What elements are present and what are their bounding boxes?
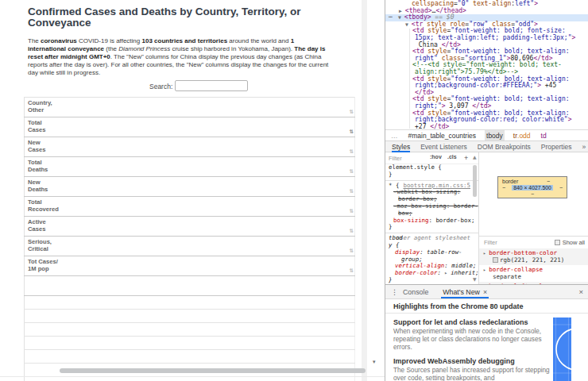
scroll-down-icon[interactable]: ▼ bbox=[473, 276, 477, 282]
table-cell bbox=[25, 296, 355, 310]
sort-icon[interactable]: ⇅ bbox=[350, 188, 354, 195]
sidebar-tab[interactable]: DOM Breakpoints bbox=[478, 141, 531, 152]
more-actions-icon[interactable]: … bbox=[389, 12, 393, 19]
column-header[interactable]: Total Deaths ⇅ bbox=[25, 157, 355, 177]
sort-icon[interactable]: ⇅ bbox=[350, 267, 354, 275]
new-style-rule-button[interactable]: + bbox=[464, 154, 468, 162]
table-row bbox=[25, 377, 355, 381]
code-token: ▼ bbox=[405, 21, 412, 28]
code-token: +27 bbox=[415, 123, 430, 129]
style-token: : bbox=[437, 269, 444, 276]
style-token: } bbox=[389, 223, 392, 230]
column-header-line2: Cases bbox=[28, 147, 353, 154]
column-header[interactable]: New Deaths ⇅ bbox=[25, 177, 355, 197]
sort-icon[interactable]: ⇅ bbox=[350, 228, 354, 235]
section-heading[interactable]: Improved WebAssembly debugging bbox=[393, 357, 552, 365]
computed-filter-input[interactable] bbox=[484, 239, 524, 246]
styles-scrollbar-thumb[interactable] bbox=[473, 165, 477, 197]
style-rule-line[interactable]: display: table-row- bbox=[385, 249, 478, 256]
column-header-line1: Tot Cases/ bbox=[28, 259, 353, 266]
style-token: : table-row- bbox=[420, 248, 462, 256]
style-token: inherit; bbox=[451, 269, 478, 276]
section-heading[interactable]: Support for let and class redeclarations bbox=[393, 318, 552, 326]
column-header[interactable]: New Cases ⇅ bbox=[25, 137, 355, 157]
column-header[interactable]: Serious, Critical ⇅ bbox=[25, 237, 355, 256]
indent-guide bbox=[409, 29, 410, 129]
sort-icon[interactable]: ⇅ bbox=[350, 109, 354, 116]
dom-tree-line[interactable]: +27 </td> bbox=[385, 124, 588, 129]
column-header[interactable] bbox=[25, 276, 355, 296]
column-header-line2: Cases bbox=[28, 226, 353, 233]
checkbox-icon[interactable] bbox=[555, 240, 560, 245]
show-all-toggle[interactable]: Show all bbox=[555, 239, 585, 246]
toggle-hover-state-button[interactable]: :hov bbox=[430, 154, 442, 160]
column-header[interactable]: Total Recovered ⇅ bbox=[25, 197, 355, 217]
box-model-dash: − bbox=[531, 191, 534, 197]
style-token: -webkit-box-sizing: bbox=[393, 188, 461, 195]
computed-value: separate bbox=[493, 273, 521, 280]
style-rule-line[interactable]: } bbox=[385, 224, 478, 231]
search-input[interactable] bbox=[175, 80, 248, 91]
style-rule-line[interactable]: element.style { bbox=[385, 164, 478, 171]
style-rule-line[interactable]: border-color: ▸ inherit; bbox=[385, 270, 478, 277]
horizontal-scrollbar-thumb[interactable] bbox=[60, 368, 366, 373]
breadcrumb-item[interactable]: #main_table_countries bbox=[407, 130, 478, 141]
computed-filter-bar: Show all bbox=[479, 236, 588, 248]
intro-segment: 103 countries and territories bbox=[141, 37, 227, 44]
toggle-class-button[interactable]: .cls bbox=[447, 154, 457, 160]
column-header[interactable]: Country, Other ⇅ bbox=[25, 98, 355, 117]
sidebar-tab[interactable]: » bbox=[582, 141, 586, 152]
column-header-line2: Critical bbox=[28, 246, 353, 253]
column-header-line2: Cases bbox=[28, 127, 353, 134]
breadcrumb-item[interactable]: … bbox=[389, 130, 400, 141]
intro-segment: COVID-19 is affecting bbox=[77, 37, 142, 44]
code-token: +45 bbox=[541, 82, 556, 89]
breadcrumb-item[interactable]: td bbox=[540, 130, 548, 141]
sort-icon[interactable]: ⇅ bbox=[350, 148, 354, 156]
column-header[interactable]: Total Cases ⇅ bbox=[25, 117, 355, 137]
sort-icon[interactable]: ⇅ bbox=[350, 129, 354, 136]
style-rule-line[interactable]: } bbox=[385, 171, 478, 179]
close-drawer-icon[interactable]: × bbox=[578, 287, 583, 296]
sort-icon[interactable]: ⇅ bbox=[350, 208, 354, 215]
sidebar-tab[interactable]: Properties bbox=[541, 141, 572, 152]
computed-property[interactable]: ▸ border-collapse separate bbox=[479, 265, 588, 282]
drawer-tab[interactable]: What's New× bbox=[443, 285, 487, 298]
styles-filter-input[interactable] bbox=[389, 154, 425, 163]
style-token: ▸ bbox=[444, 270, 451, 276]
style-rule-line[interactable]: } bbox=[385, 277, 478, 284]
computed-property[interactable]: ▸ border-bottom-color rgb(221, 221, 221) bbox=[479, 248, 588, 265]
intro-segment: around the world and bbox=[227, 37, 291, 44]
style-token: : middle; bbox=[444, 262, 476, 269]
style-rule-line[interactable]: user agent stylesheettbod bbox=[385, 233, 478, 242]
whats-new-body: Support for let and class redeclarations… bbox=[393, 318, 552, 381]
section-text: The Sources panel has increased support … bbox=[393, 367, 552, 381]
scroll-down-icon[interactable]: ▾ bbox=[373, 359, 376, 365]
close-tab-icon[interactable]: × bbox=[483, 288, 487, 296]
breadcrumb-token: … bbox=[391, 132, 398, 140]
computed-sidebar: border − − 840 × 4027.500 − − Show all ▸… bbox=[478, 152, 588, 284]
drawer-tabs: ConsoleWhat's New× bbox=[385, 285, 588, 299]
drawer-tab[interactable]: Console bbox=[403, 285, 431, 298]
column-header[interactable]: Tot Cases/ 1M pop ⇅ bbox=[25, 256, 355, 276]
sort-icon[interactable]: ⇅ bbox=[350, 168, 354, 175]
column-header-line2: Deaths bbox=[28, 167, 353, 174]
code-token: > bbox=[568, 116, 572, 123]
kebab-menu-icon[interactable]: ⋮ bbox=[391, 288, 398, 296]
style-rule-line[interactable]: box-sizing: border-box; bbox=[385, 217, 478, 225]
table-cell bbox=[25, 377, 355, 381]
code-token: text-align bbox=[473, 0, 511, 7]
sort-icon[interactable]: ⇅ bbox=[350, 248, 354, 255]
sidebar-tab[interactable]: Styles bbox=[392, 141, 410, 152]
column-header[interactable]: Active Cases ⇅ bbox=[25, 217, 355, 237]
breadcrumb-item[interactable]: tbody bbox=[485, 130, 505, 141]
box-model-border-label: border bbox=[502, 179, 518, 184]
breadcrumb-item[interactable]: tr.odd bbox=[512, 130, 532, 141]
style-token: } bbox=[389, 171, 392, 178]
sidebar-tab[interactable]: Event Listeners bbox=[420, 141, 467, 152]
column-header-line1: Country, bbox=[28, 100, 353, 107]
page-scrollbar-track[interactable] bbox=[362, 0, 367, 381]
column-header-line1: Total bbox=[28, 120, 353, 127]
scroll-up-icon[interactable]: ▲ bbox=[473, 154, 477, 160]
style-token: : border-box; bbox=[429, 217, 475, 224]
